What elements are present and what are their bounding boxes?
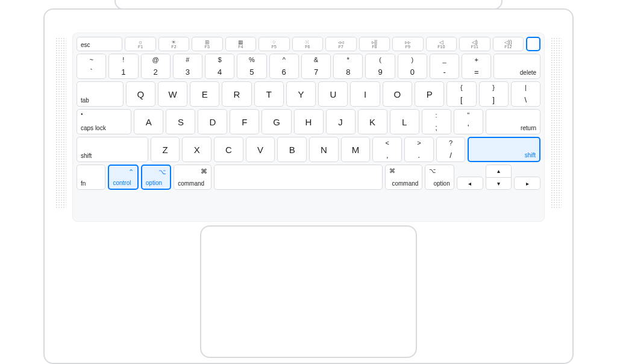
key-y[interactable]: Y [286, 81, 316, 107]
label: esc [81, 42, 90, 48]
key-k[interactable]: K [358, 109, 387, 134]
laptop-body: esc ☼F1 ☀F2 ⊞F3 ▦F4 ⁘F5 ⁙F6 ◃◃F7 ▹||F8 ▹… [43, 8, 574, 364]
key-shift-right[interactable]: shift [468, 137, 540, 162]
key-return[interactable]: return [486, 109, 540, 134]
key-fn[interactable]: fn [77, 165, 105, 190]
key-1[interactable]: !1 [108, 54, 138, 79]
key-f[interactable]: F [230, 109, 259, 134]
key-comma[interactable]: <, [372, 137, 402, 162]
key-f4[interactable]: ▦F4 [225, 37, 256, 51]
key-c[interactable]: C [214, 137, 243, 162]
key-f2[interactable]: ☀F2 [158, 37, 189, 51]
trackpad[interactable] [200, 225, 417, 358]
key-delete[interactable]: delete [493, 54, 540, 79]
key-8[interactable]: *8 [333, 54, 363, 79]
key-f9[interactable]: ▹▹F9 [392, 37, 423, 51]
caps-indicator-icon: ● [81, 112, 83, 116]
key-9[interactable]: (9 [365, 54, 395, 79]
key-t[interactable]: T [254, 81, 284, 107]
key-shift-left[interactable]: shift [77, 137, 148, 162]
key-control-left[interactable]: ⌃control [108, 165, 138, 190]
label: F10 [427, 45, 456, 49]
row-number: ~` !1 @2 #3 $4 %5 ^6 &7 *8 (9 )0 _- += d… [77, 54, 540, 79]
key-f12[interactable]: ◁))F12 [493, 37, 524, 51]
key-f1[interactable]: ☼F1 [125, 37, 155, 51]
key-l[interactable]: L [390, 109, 419, 134]
row-qwerty: tab Q W E R T Y U I O P {[ }] |\ [77, 81, 540, 107]
key-n[interactable]: N [309, 137, 339, 162]
key-arrow-down[interactable]: ▾ [486, 177, 512, 190]
key-caps-lock[interactable]: ●caps lock [77, 109, 131, 134]
speaker-grille-left [55, 37, 66, 209]
label: caps lock [81, 125, 106, 131]
key-backtick[interactable]: ~` [77, 54, 106, 79]
key-e[interactable]: E [190, 81, 219, 107]
label: F12 [493, 45, 523, 49]
arrow-up-icon: ▴ [497, 168, 500, 174]
key-i[interactable]: I [350, 81, 380, 107]
key-bracket-left[interactable]: {[ [446, 81, 476, 107]
key-option-right[interactable]: ⌥option [425, 165, 454, 190]
key-z[interactable]: Z [151, 137, 180, 162]
command-icon: ⌘ [389, 168, 395, 174]
key-option-left[interactable]: ⌥option [141, 165, 171, 190]
row-fn: esc ☼F1 ☀F2 ⊞F3 ▦F4 ⁘F5 ⁙F6 ◃◃F7 ▹||F8 ▹… [77, 37, 540, 51]
key-arrow-up[interactable]: ▴ [486, 165, 512, 177]
key-u[interactable]: U [318, 81, 348, 107]
key-6[interactable]: ^6 [269, 54, 299, 79]
key-esc[interactable]: esc [77, 37, 122, 51]
key-q[interactable]: Q [126, 81, 155, 107]
key-minus[interactable]: _- [430, 54, 459, 79]
key-f3[interactable]: ⊞F3 [192, 37, 222, 51]
key-o[interactable]: O [383, 81, 412, 107]
key-arrow-right[interactable]: ▸ [514, 177, 540, 190]
key-command-left[interactable]: ⌘command [174, 165, 211, 190]
key-f6[interactable]: ⁙F6 [292, 37, 323, 51]
key-b[interactable]: B [277, 137, 307, 162]
key-w[interactable]: W [158, 81, 187, 107]
key-arrow-left[interactable]: ◂ [457, 177, 483, 190]
key-f5[interactable]: ⁘F5 [258, 37, 289, 51]
row-modifiers: fn ⌃control ⌥option ⌘command ⌘command ⌥o… [77, 165, 540, 190]
key-a[interactable]: A [134, 109, 163, 134]
key-quote[interactable]: "' [454, 109, 483, 134]
key-f11[interactable]: ◁)F11 [459, 37, 490, 51]
key-slash[interactable]: ?/ [436, 137, 466, 162]
key-m[interactable]: M [341, 137, 371, 162]
key-r[interactable]: R [222, 81, 251, 107]
key-period[interactable]: >. [404, 137, 434, 162]
key-5[interactable]: %5 [237, 54, 266, 79]
key-semicolon[interactable]: :; [422, 109, 451, 134]
key-touch-id[interactable] [526, 37, 540, 51]
keyboard: esc ☼F1 ☀F2 ⊞F3 ▦F4 ⁘F5 ⁙F6 ◃◃F7 ▹||F8 ▹… [72, 33, 545, 222]
key-0[interactable]: )0 [398, 54, 427, 79]
key-h[interactable]: H [294, 109, 324, 134]
label: delete [520, 69, 536, 76]
key-f7[interactable]: ◃◃F7 [325, 37, 356, 51]
label: option [146, 180, 162, 186]
key-g[interactable]: G [262, 109, 291, 134]
key-tab[interactable]: tab [77, 81, 124, 107]
key-d[interactable]: D [198, 109, 227, 134]
key-f10[interactable]: ◁F10 [426, 37, 457, 51]
key-p[interactable]: P [415, 81, 444, 107]
key-x[interactable]: X [182, 137, 211, 162]
key-4[interactable]: $4 [205, 54, 234, 79]
key-j[interactable]: J [326, 109, 355, 134]
key-v[interactable]: V [246, 137, 275, 162]
key-s[interactable]: S [166, 109, 195, 134]
label: option [434, 180, 450, 187]
label: F7 [326, 45, 355, 49]
key-space[interactable] [214, 165, 383, 190]
label: shift [81, 152, 92, 159]
label: F11 [460, 45, 489, 49]
key-equals[interactable]: += [462, 54, 491, 79]
key-7[interactable]: &7 [301, 54, 331, 79]
laptop-diagram: esc ☼F1 ☀F2 ⊞F3 ▦F4 ⁘F5 ⁙F6 ◃◃F7 ▹||F8 ▹… [0, 0, 617, 364]
key-f8[interactable]: ▹||F8 [359, 37, 390, 51]
key-3[interactable]: #3 [173, 54, 202, 79]
key-command-right[interactable]: ⌘command [385, 165, 422, 190]
key-bracket-right[interactable]: }] [479, 81, 509, 107]
key-backslash[interactable]: |\ [511, 81, 540, 107]
key-2[interactable]: @2 [141, 54, 171, 79]
